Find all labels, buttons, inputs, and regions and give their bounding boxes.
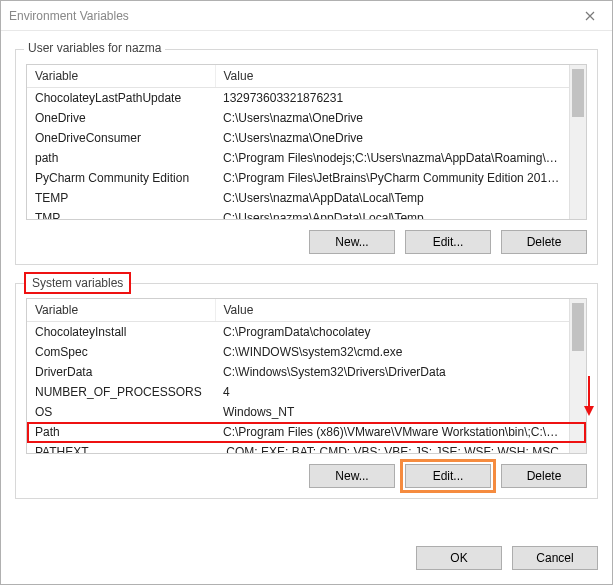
cell-variable: ChocolateyInstall [27,322,215,343]
col-variable[interactable]: Variable [27,299,215,322]
cell-value: .COM;.EXE;.BAT;.CMD;.VBS;.VBE;.JS;.JSE;.… [215,442,569,453]
cell-value: C:\Program Files\JetBrains\PyCharm Commu… [215,168,569,188]
user-variables-label: User variables for nazma [24,41,165,55]
cell-value: C:\Users\nazma\OneDrive [215,128,569,148]
cell-value: 4 [215,382,569,402]
cell-variable: TMP [27,208,215,219]
table-row[interactable]: PATHEXT.COM;.EXE;.BAT;.CMD;.VBS;.VBE;.JS… [27,442,569,453]
system-variables-label: System variables [24,272,131,294]
cell-variable: OneDrive [27,108,215,128]
cell-value: 132973603321876231 [215,88,569,109]
table-row[interactable]: DriverDataC:\Windows\System32\Drivers\Dr… [27,362,569,382]
system-variables-table[interactable]: Variable Value ChocolateyInstallC:\Progr… [26,298,587,454]
user-scrollbar[interactable] [569,65,586,219]
ok-button[interactable]: OK [416,546,502,570]
user-variables-table[interactable]: Variable Value ChocolateyLastPathUpdate1… [26,64,587,220]
system-edit-button[interactable]: Edit... [405,464,491,488]
table-header-row: Variable Value [27,299,569,322]
cell-variable: ChocolateyLastPathUpdate [27,88,215,109]
user-new-button[interactable]: New... [309,230,395,254]
table-row[interactable]: TMPC:\Users\nazma\AppData\Local\Temp [27,208,569,219]
window-title: Environment Variables [9,9,129,23]
cell-variable: NUMBER_OF_PROCESSORS [27,382,215,402]
cell-variable: PyCharm Community Edition [27,168,215,188]
cell-value: C:\Program Files (x86)\VMware\VMware Wor… [215,422,569,442]
user-variables-group: User variables for nazma Variable Value … [15,49,598,265]
cell-variable: PATHEXT [27,442,215,453]
cell-value: C:\Users\nazma\OneDrive [215,108,569,128]
cell-value: C:\Users\nazma\AppData\Local\Temp [215,208,569,219]
table-row[interactable]: pathC:\Program Files\nodejs;C:\Users\naz… [27,148,569,168]
cell-variable: path [27,148,215,168]
table-row[interactable]: TEMPC:\Users\nazma\AppData\Local\Temp [27,188,569,208]
system-scrollbar[interactable] [569,299,586,453]
cell-value: C:\Windows\System32\Drivers\DriverData [215,362,569,382]
dialog-footer: OK Cancel [1,530,612,584]
cell-variable: TEMP [27,188,215,208]
user-delete-button[interactable]: Delete [501,230,587,254]
cell-variable: ComSpec [27,342,215,362]
cancel-button[interactable]: Cancel [512,546,598,570]
system-variables-group: System variables Variable Value Chocolat… [15,283,598,499]
cell-variable: OS [27,402,215,422]
titlebar: Environment Variables [1,1,612,31]
close-button[interactable] [567,1,612,31]
table-row[interactable]: PathC:\Program Files (x86)\VMware\VMware… [27,422,569,442]
table-row[interactable]: ChocolateyLastPathUpdate1329736033218762… [27,88,569,109]
table-row[interactable]: PyCharm Community EditionC:\Program File… [27,168,569,188]
table-header-row: Variable Value [27,65,569,88]
environment-variables-dialog: Environment Variables User variables for… [0,0,613,585]
cell-variable: OneDriveConsumer [27,128,215,148]
cell-value: C:\Users\nazma\AppData\Local\Temp [215,188,569,208]
table-row[interactable]: ComSpecC:\WINDOWS\system32\cmd.exe [27,342,569,362]
col-value[interactable]: Value [215,65,569,88]
col-value[interactable]: Value [215,299,569,322]
table-row[interactable]: NUMBER_OF_PROCESSORS4 [27,382,569,402]
system-delete-button[interactable]: Delete [501,464,587,488]
cell-variable: Path [27,422,215,442]
col-variable[interactable]: Variable [27,65,215,88]
user-edit-button[interactable]: Edit... [405,230,491,254]
cell-value: C:\Program Files\nodejs;C:\Users\nazma\A… [215,148,569,168]
cell-value: C:\WINDOWS\system32\cmd.exe [215,342,569,362]
table-row[interactable]: OSWindows_NT [27,402,569,422]
table-row[interactable]: OneDriveConsumerC:\Users\nazma\OneDrive [27,128,569,148]
table-row[interactable]: OneDriveC:\Users\nazma\OneDrive [27,108,569,128]
table-row[interactable]: ChocolateyInstallC:\ProgramData\chocolat… [27,322,569,343]
cell-value: Windows_NT [215,402,569,422]
system-new-button[interactable]: New... [309,464,395,488]
cell-value: C:\ProgramData\chocolatey [215,322,569,343]
cell-variable: DriverData [27,362,215,382]
